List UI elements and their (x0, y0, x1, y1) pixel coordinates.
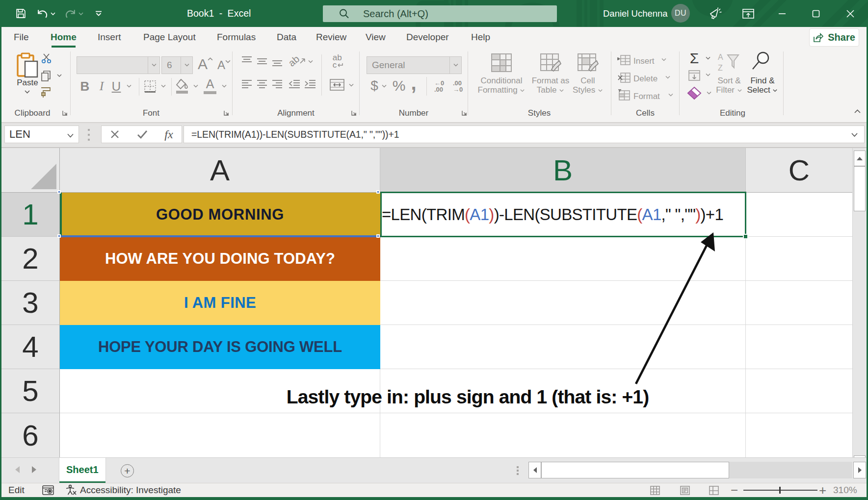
fill-handle[interactable] (743, 234, 748, 239)
underline-icon[interactable]: U (110, 78, 122, 95)
format-cells-label[interactable]: Format (633, 90, 660, 103)
feedback-icon[interactable] (706, 0, 726, 27)
insert-cells-icon[interactable] (617, 53, 631, 66)
cell-a2[interactable]: HOW ARE YOU DOING TODAY? (60, 237, 380, 281)
scroll-right-button[interactable] (853, 462, 866, 478)
clipboard-dialog-launcher-icon[interactable] (62, 109, 69, 116)
merge-center-dropdown-icon[interactable] (347, 82, 355, 89)
row-header-5[interactable]: 5 (1, 369, 60, 413)
tab-insert[interactable]: Insert (98, 27, 121, 48)
maximize-button[interactable] (805, 0, 827, 27)
increase-indent-icon[interactable] (304, 79, 316, 90)
reference-handle-bottom-right[interactable] (376, 234, 380, 238)
cell-b3[interactable] (380, 281, 746, 325)
zoom-in-button[interactable]: + (819, 483, 826, 497)
cell-a6[interactable] (60, 413, 380, 457)
insert-cells-label[interactable]: Insert (633, 54, 655, 68)
sort-filter-icon[interactable]: AZ (717, 51, 739, 74)
cell-c3[interactable] (746, 281, 852, 325)
delete-dropdown-icon[interactable] (664, 74, 672, 81)
clear-icon[interactable] (686, 86, 702, 100)
select-all-corner[interactable] (1, 148, 60, 193)
increase-decimal-icon[interactable]: ←0.00 (430, 77, 448, 96)
decrease-decimal-icon[interactable]: .00→0 (449, 77, 467, 96)
autosum-icon[interactable]: Σ (687, 51, 701, 65)
next-sheet-icon[interactable] (32, 466, 36, 473)
font-name-combo[interactable] (77, 56, 160, 74)
borders-icon[interactable] (143, 78, 158, 95)
accounting-dropdown-icon[interactable] (380, 83, 388, 90)
tab-help[interactable]: Help (471, 27, 490, 48)
font-color-icon[interactable]: A (202, 76, 218, 96)
tab-page-layout[interactable]: Page Layout (143, 27, 196, 48)
save-icon[interactable] (15, 7, 27, 20)
bottom-align-icon[interactable] (271, 57, 283, 68)
paste-dropdown-icon[interactable] (22, 89, 32, 95)
cell-c1[interactable] (746, 193, 852, 237)
decrease-indent-icon[interactable] (288, 79, 301, 90)
undo-icon[interactable] (36, 7, 49, 20)
tab-view[interactable]: View (366, 27, 386, 48)
tab-review[interactable]: Review (316, 27, 346, 48)
row-header-6[interactable]: 6 (1, 413, 60, 457)
sort-filter-label[interactable]: Sort &Filter (712, 76, 746, 95)
column-header-c[interactable]: C (746, 148, 852, 193)
reference-handle-bottom-left[interactable] (57, 234, 61, 238)
font-color-dropdown-icon[interactable] (220, 83, 228, 90)
redo-icon[interactable] (64, 7, 77, 20)
tab-file[interactable]: File (14, 27, 29, 48)
close-button[interactable] (839, 0, 862, 27)
avatar[interactable]: DU (671, 4, 690, 23)
undo-dropdown-icon[interactable] (50, 12, 56, 16)
increase-font-size-icon[interactable]: A (194, 54, 211, 74)
format-as-table-icon[interactable] (539, 52, 562, 73)
autosum-dropdown-icon[interactable] (704, 55, 712, 62)
cell-c4[interactable] (746, 325, 852, 369)
minimize-button[interactable] (771, 0, 793, 27)
fill-color-dropdown-icon[interactable] (192, 83, 200, 90)
cell-b4[interactable] (380, 325, 746, 369)
macro-recording-icon[interactable] (42, 483, 54, 497)
borders-dropdown-icon[interactable] (159, 83, 167, 90)
row-header-4[interactable]: 4 (1, 325, 60, 369)
copy-dropdown-icon[interactable] (55, 72, 63, 79)
accessibility-checker[interactable]: Accessibility: Investigate (65, 483, 181, 497)
format-dropdown-icon[interactable] (667, 92, 675, 99)
fill-color-icon[interactable] (174, 77, 190, 96)
font-dialog-launcher-icon[interactable] (223, 109, 230, 116)
merge-center-icon[interactable] (328, 78, 346, 92)
font-size-combo[interactable]: 6 (161, 56, 193, 74)
wrap-text-icon[interactable]: abc (328, 52, 348, 70)
paste-icon[interactable] (14, 52, 41, 78)
column-header-b[interactable]: B (380, 148, 746, 193)
cell-c5[interactable] (746, 369, 852, 413)
expand-formula-bar-icon[interactable] (851, 132, 858, 138)
sheet-tab-sheet1[interactable]: Sheet1 (59, 458, 106, 481)
tab-home[interactable]: Home (51, 27, 77, 48)
name-box[interactable]: LEN (4, 125, 79, 143)
tabbar-resize-handle[interactable] (517, 466, 520, 475)
cell-a3[interactable]: I AM FINE (60, 281, 380, 325)
enter-icon[interactable] (137, 130, 148, 139)
tab-developer[interactable]: Developer (406, 27, 449, 48)
fill-dropdown-icon[interactable] (704, 72, 712, 78)
normal-view-icon[interactable] (650, 483, 660, 497)
conditional-formatting-icon[interactable] (490, 52, 513, 73)
cell-styles-icon[interactable] (577, 52, 599, 73)
cancel-icon[interactable] (110, 129, 120, 139)
zoom-slider-thumb[interactable] (779, 487, 781, 494)
copy-icon[interactable] (40, 70, 53, 82)
cell-b2[interactable] (380, 237, 746, 281)
orientation-dropdown-icon[interactable] (307, 58, 315, 65)
delete-cells-icon[interactable] (617, 71, 631, 84)
font-size-dropdown-icon[interactable] (181, 57, 192, 74)
cut-icon[interactable] (41, 52, 53, 63)
cell-c6[interactable] (746, 413, 852, 457)
percent-style-icon[interactable]: % (392, 77, 406, 95)
paste-label[interactable]: Paste (12, 78, 43, 87)
number-dialog-launcher-icon[interactable] (461, 109, 468, 116)
page-break-preview-icon[interactable] (709, 483, 719, 497)
share-button[interactable]: Share (809, 28, 859, 47)
find-select-label[interactable]: Find &Select (745, 76, 780, 95)
tab-data[interactable]: Data (277, 27, 296, 48)
